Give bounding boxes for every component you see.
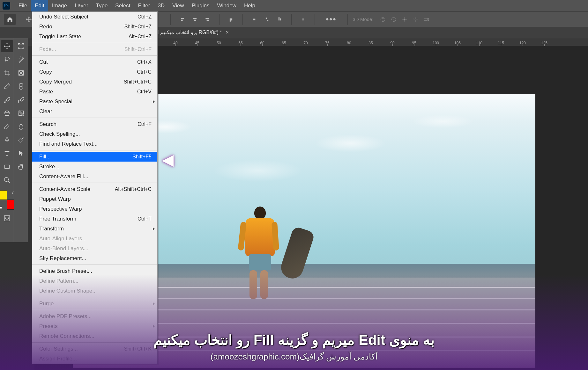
3d-camera-icon[interactable]	[422, 15, 430, 24]
menu-item-fill[interactable]: Fill...Shift+F5	[32, 152, 157, 162]
menu-item-shortcut: Ctrl+F	[138, 121, 152, 127]
menu-filter[interactable]: Filter	[134, 0, 154, 11]
text-tool[interactable]	[1, 147, 13, 159]
distribute-top-icon[interactable]	[250, 15, 259, 24]
menu-item-label: Define Brush Preset...	[39, 268, 92, 274]
clone-stamp-tool[interactable]	[1, 107, 13, 119]
align-right-icon[interactable]	[203, 15, 212, 24]
history-brush-tool[interactable]	[15, 94, 27, 106]
menu-edit[interactable]: Edit	[31, 0, 48, 11]
menu-item-cut[interactable]: CutCtrl+X	[32, 57, 157, 67]
path-select-tool[interactable]	[15, 147, 27, 159]
menu-layer[interactable]: Layer	[71, 0, 92, 11]
eyedropper-tool[interactable]	[1, 80, 13, 92]
menu-item-label: Define Pattern...	[39, 278, 78, 284]
menu-item-find-and-replace-text[interactable]: Find and Replace Text...	[32, 139, 157, 149]
distribute-bottom-icon[interactable]	[275, 15, 284, 24]
menu-item-transform[interactable]: Transform	[32, 224, 157, 234]
annotation-arrow-icon	[160, 151, 223, 170]
menu-item-shortcut: Ctrl+C	[137, 69, 152, 75]
menu-item-free-transform[interactable]: Free TransformCtrl+T	[32, 214, 157, 224]
menu-item-purge: Purge	[32, 299, 157, 308]
frame-tool[interactable]	[15, 67, 27, 79]
menu-plugins[interactable]: Plugins	[188, 0, 213, 11]
svg-rect-8	[0, 207, 2, 209]
ruler-tick: 80	[338, 41, 360, 46]
menu-item-label: Paste Special	[39, 98, 72, 105]
menu-item-content-aware-scale[interactable]: Content-Aware ScaleAlt+Shift+Ctrl+C	[32, 184, 157, 194]
menu-item-check-spelling[interactable]: Check Spelling...	[32, 129, 157, 139]
distribute-spacing-icon[interactable]	[299, 15, 308, 24]
caption-sub: آکادمی آموزش گرافیک(amoozeshgraphic.com)	[0, 352, 588, 362]
menu-item-perspective-warp[interactable]: Perspective Warp	[32, 204, 157, 214]
menu-item-label: Auto-Align Layers...	[39, 236, 86, 242]
ruler-tick: 95	[403, 41, 425, 46]
menu-item-copy[interactable]: CopyCtrl+C	[32, 67, 157, 77]
move-tool[interactable]	[1, 40, 13, 52]
menu-item-define-brush-preset[interactable]: Define Brush Preset...	[32, 266, 157, 276]
hand-tool[interactable]	[15, 161, 27, 173]
menu-window[interactable]: Window	[213, 0, 240, 11]
menu-image[interactable]: Image	[48, 0, 71, 11]
menu-item-fade: Fade...Shift+Ctrl+F	[32, 44, 157, 54]
edit-menu-dropdown: Undo Select SubjectCtrl+ZRedoShift+Ctrl+…	[32, 11, 158, 364]
pen-tool[interactable]	[1, 134, 13, 146]
ruler-tick: 120	[512, 41, 533, 46]
artboard-tool[interactable]	[15, 40, 27, 52]
3d-orbit-icon[interactable]	[379, 15, 387, 24]
svg-marker-17	[162, 155, 174, 167]
gradient-tool[interactable]	[15, 107, 27, 119]
menu-file[interactable]: File	[15, 0, 31, 11]
menu-item-label: Fade...	[39, 46, 56, 53]
3d-roll-icon[interactable]	[390, 15, 398, 24]
close-tab-icon[interactable]: ×	[226, 30, 228, 35]
zoom-tool[interactable]	[1, 174, 13, 186]
quickmask-tool[interactable]	[1, 212, 13, 224]
menu-item-copy-merged[interactable]: Copy MergedShift+Ctrl+C	[32, 77, 157, 87]
menu-help[interactable]: Help	[240, 0, 259, 11]
eraser-tool[interactable]	[1, 120, 13, 133]
menu-item-label: Presets	[39, 323, 58, 330]
menu-item-label: Find and Replace Text...	[39, 141, 98, 147]
ruler-tick: 65	[273, 41, 295, 46]
magic-wand-tool[interactable]	[15, 54, 27, 66]
menu-item-presets: Presets	[32, 321, 157, 331]
menu-item-stroke[interactable]: Stroke...	[32, 162, 157, 171]
menu-item-puppet-warp[interactable]: Puppet Warp	[32, 194, 157, 204]
menu-item-toggle-last-state[interactable]: Toggle Last StateAlt+Ctrl+Z	[32, 32, 157, 41]
menu-item-search[interactable]: SearchCtrl+F	[32, 119, 157, 129]
lasso-tool[interactable]	[1, 54, 13, 66]
more-options-icon[interactable]: •••	[326, 14, 336, 24]
menu-item-content-aware-fill[interactable]: Content-Aware Fill...	[32, 171, 157, 181]
menu-item-auto-blend-layers: Auto-Blend Layers...	[32, 243, 157, 253]
crop-tool[interactable]	[1, 67, 13, 79]
align-center-h-icon[interactable]	[190, 15, 199, 24]
menu-item-paste-special[interactable]: Paste Special	[32, 97, 157, 106]
menu-item-paste[interactable]: PasteCtrl+V	[32, 87, 157, 97]
align-top-icon[interactable]	[227, 15, 235, 24]
distribute-center-v-icon[interactable]	[263, 15, 272, 24]
brush-tool[interactable]	[1, 94, 13, 106]
menu-type[interactable]: Type	[92, 0, 111, 11]
menu-3d[interactable]: 3D	[154, 0, 168, 11]
menu-view[interactable]: View	[168, 0, 188, 11]
healing-brush-tool[interactable]	[15, 80, 27, 92]
default-colors-icon[interactable]	[0, 205, 2, 209]
svg-rect-9	[4, 216, 10, 221]
menu-item-label: Undo Select Subject	[39, 14, 88, 20]
menu-item-sky-replacement[interactable]: Sky Replacement...	[32, 253, 157, 263]
menu-item-undo-select-subject[interactable]: Undo Select SubjectCtrl+Z	[32, 12, 157, 22]
menu-item-shortcut: Ctrl+Z	[138, 14, 152, 20]
menu-select[interactable]: Select	[111, 0, 134, 11]
home-button[interactable]	[4, 14, 16, 25]
blur-tool[interactable]	[15, 120, 27, 133]
3d-pan-icon[interactable]	[400, 15, 409, 24]
dodge-tool[interactable]	[15, 134, 27, 146]
menu-item-label: Redo	[39, 24, 52, 30]
align-left-icon[interactable]	[178, 15, 187, 24]
3d-slide-icon[interactable]	[411, 15, 420, 24]
foreground-color-swatch[interactable]	[0, 190, 7, 200]
menu-item-clear[interactable]: Clear	[32, 106, 157, 116]
menu-item-redo[interactable]: RedoShift+Ctrl+Z	[32, 22, 157, 32]
rectangle-tool[interactable]	[1, 161, 13, 173]
